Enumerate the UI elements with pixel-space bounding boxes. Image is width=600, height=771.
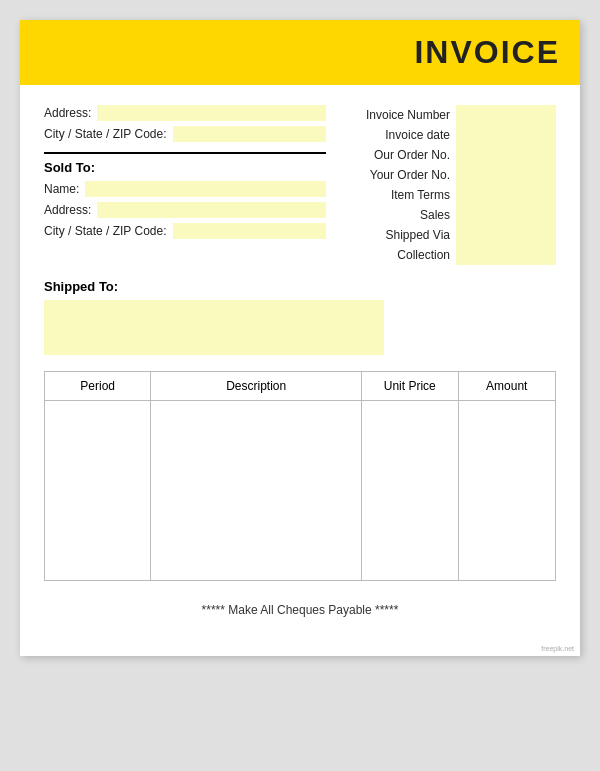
unit-price-cell[interactable] [361, 401, 458, 581]
name-row: Name: [44, 181, 326, 197]
right-section: Invoice NumberInvoice dateOur Order No.Y… [336, 105, 556, 265]
invoice-page: INVOICE Address: City / State / ZIP Code… [20, 20, 580, 656]
info-row-3: Your Order No. [336, 165, 556, 185]
address-row: Address: [44, 105, 326, 121]
info-row-1: Invoice date [336, 125, 556, 145]
top-section: Address: City / State / ZIP Code: Sold T… [44, 105, 556, 265]
shipped-to-label: Shipped To: [44, 279, 556, 294]
address2-row: Address: [44, 202, 326, 218]
info-label-5: Sales [336, 205, 456, 225]
info-label-3: Your Order No. [336, 165, 456, 185]
sold-to-label: Sold To: [44, 160, 326, 175]
city-label: City / State / ZIP Code: [44, 127, 167, 141]
info-row-6: Shipped Via [336, 225, 556, 245]
invoice-title: INVOICE [40, 34, 560, 71]
watermark: freepik.net [20, 643, 580, 656]
city-input[interactable] [173, 126, 327, 142]
info-label-0: Invoice Number [336, 105, 456, 125]
footer-note: ***** Make All Cheques Payable ***** [44, 595, 556, 623]
city2-input[interactable] [173, 223, 327, 239]
info-value-0[interactable] [456, 105, 556, 125]
address-label: Address: [44, 106, 91, 120]
invoice-table: PeriodDescriptionUnit PriceAmount [44, 371, 556, 581]
info-value-6[interactable] [456, 225, 556, 245]
description-cell[interactable] [151, 401, 362, 581]
invoice-data-row [45, 401, 556, 581]
left-section: Address: City / State / ZIP Code: Sold T… [44, 105, 326, 265]
col-header-0: Period [45, 372, 151, 401]
period-cell[interactable] [45, 401, 151, 581]
info-label-6: Shipped Via [336, 225, 456, 245]
invoice-header: INVOICE [20, 20, 580, 85]
info-label-2: Our Order No. [336, 145, 456, 165]
address2-label: Address: [44, 203, 91, 217]
info-label-7: Collection [336, 245, 456, 265]
info-value-5[interactable] [456, 205, 556, 225]
invoice-content: Address: City / State / ZIP Code: Sold T… [20, 85, 580, 643]
info-value-4[interactable] [456, 185, 556, 205]
info-row-2: Our Order No. [336, 145, 556, 165]
col-header-3: Amount [458, 372, 556, 401]
info-value-2[interactable] [456, 145, 556, 165]
info-row-0: Invoice Number [336, 105, 556, 125]
info-value-7[interactable] [456, 245, 556, 265]
divider [44, 152, 326, 154]
col-header-2: Unit Price [361, 372, 458, 401]
info-row-7: Collection [336, 245, 556, 265]
city-row: City / State / ZIP Code: [44, 126, 326, 142]
name-label: Name: [44, 182, 79, 196]
col-header-1: Description [151, 372, 362, 401]
info-table: Invoice NumberInvoice dateOur Order No.Y… [336, 105, 556, 265]
shipped-to-box[interactable] [44, 300, 384, 355]
info-value-3[interactable] [456, 165, 556, 185]
info-row-5: Sales [336, 205, 556, 225]
amount-cell[interactable] [458, 401, 556, 581]
info-row-4: Item Terms [336, 185, 556, 205]
address-input[interactable] [97, 105, 326, 121]
info-label-4: Item Terms [336, 185, 456, 205]
city2-row: City / State / ZIP Code: [44, 223, 326, 239]
info-value-1[interactable] [456, 125, 556, 145]
city2-label: City / State / ZIP Code: [44, 224, 167, 238]
name-input[interactable] [85, 181, 326, 197]
address2-input[interactable] [97, 202, 326, 218]
info-label-1: Invoice date [336, 125, 456, 145]
